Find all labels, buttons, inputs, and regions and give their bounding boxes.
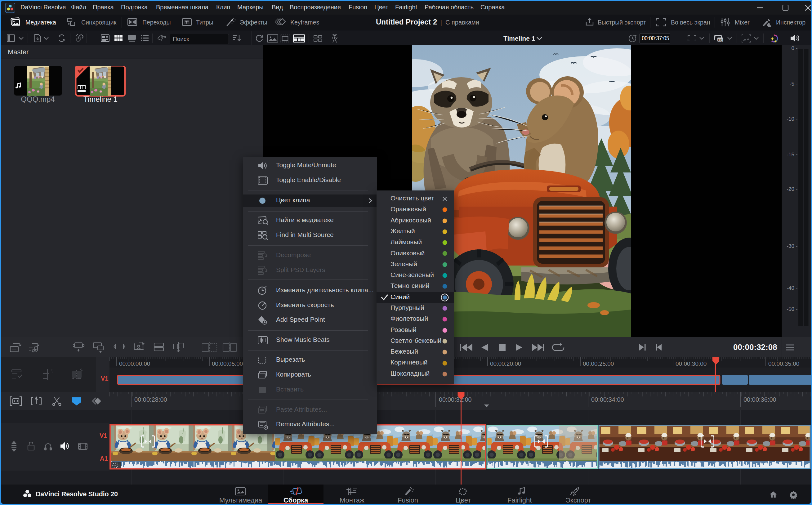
svg-text:QQQ.mp4: QQQ.mp4 [21, 95, 54, 103]
svg-text:00:00:32:00: 00:00:32:00 [439, 396, 472, 403]
svg-text:Timeline 1: Timeline 1 [83, 95, 118, 103]
svg-text:HQ: HQ [718, 38, 723, 41]
svg-text:00:00:35:00: 00:00:35:00 [768, 360, 799, 367]
svg-text:00:00:34:00: 00:00:34:00 [591, 396, 624, 403]
svg-text:00:00:30:00: 00:00:30:00 [675, 360, 706, 367]
svg-text:00:00:00:00: 00:00:00:00 [119, 360, 150, 367]
svg-text:00:00:05:00: 00:00:05:00 [212, 360, 243, 367]
svg-text:00:00:20:00: 00:00:20:00 [490, 360, 521, 367]
svg-text:00:00:36:00: 00:00:36:00 [744, 396, 776, 403]
svg-text:00:00:28:00: 00:00:28:00 [134, 396, 167, 403]
svg-text:00:00:25:00: 00:00:25:00 [583, 360, 614, 367]
